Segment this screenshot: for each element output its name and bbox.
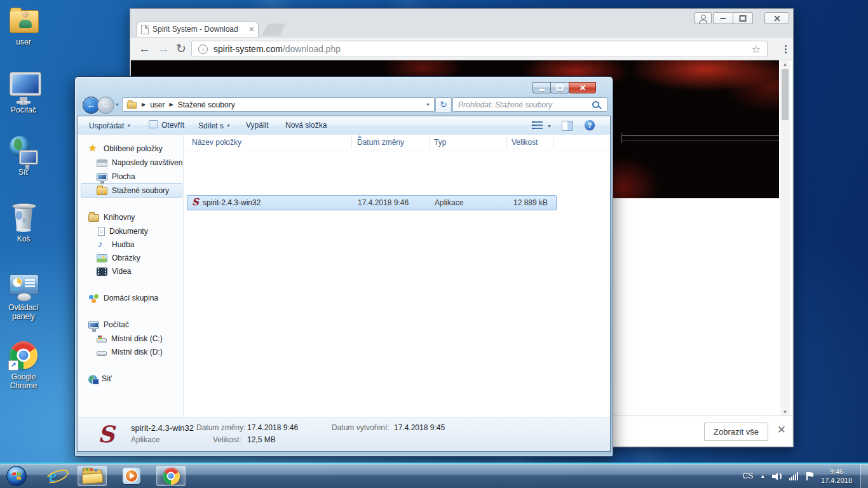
scrollbar-thumb[interactable] [782, 69, 789, 120]
breadcrumb-dropdown-icon[interactable]: ▼ [426, 102, 430, 107]
show-desktop-button[interactable] [860, 464, 868, 488]
sidebar-item-computer[interactable]: Počítač [88, 318, 129, 331]
taskbar-internet-explorer[interactable]: e [38, 466, 67, 486]
desktop-icon-google-chrome[interactable]: ↗ Google Chrome [0, 341, 47, 390]
column-header-type[interactable]: Typ [434, 135, 446, 151]
explorer-maximize-button[interactable] [550, 82, 569, 93]
taskbar-chrome[interactable] [156, 466, 186, 486]
breadcrumb-folder[interactable]: Stažené soubory [178, 100, 235, 109]
reload-button[interactable]: ↻ [176, 41, 186, 57]
column-header-date[interactable]: Datum změny [357, 135, 404, 151]
change-view-icon[interactable] [532, 121, 543, 130]
disk-d-icon [97, 351, 107, 356]
address-bar[interactable]: spirit-system.com/download.php ☆ [191, 41, 768, 57]
desktop-icon-computer[interactable]: Počítač [0, 71, 47, 114]
sidebar-item-libraries[interactable]: Knihovny [88, 211, 135, 224]
view-dropdown-icon[interactable]: ▼ [547, 124, 552, 128]
chrome-maximize-button[interactable] [733, 12, 753, 24]
close-icon [774, 15, 780, 21]
close-icon [580, 85, 585, 90]
hidden-icons-arrow[interactable]: ▲ [760, 473, 765, 479]
file-date: 17.4.2018 9:46 [358, 198, 409, 207]
desktop-icon-user[interactable]: user [0, 6, 47, 46]
refresh-button[interactable]: ↻ [435, 97, 452, 113]
profile-icon [701, 15, 706, 20]
breadcrumb[interactable]: ▶ user ▶ Stažené soubory ▼ [122, 97, 435, 112]
share-menu[interactable]: Sdílet s▼ [198, 116, 231, 135]
details-size-label: Velikost: [213, 435, 241, 444]
scroll-up-arrow[interactable]: ▲ [782, 62, 789, 67]
browser-toolbar: ← → ↻ spirit-system.com/download.php ☆ [130, 37, 793, 60]
sidebar-item-downloads[interactable]: Stažené soubory [97, 184, 169, 197]
desktop-icon-network[interactable]: Síť [0, 135, 47, 177]
file-name: spirit-2.4.3-win32 [203, 198, 261, 207]
taskbar-media-player[interactable] [117, 466, 146, 486]
sidebar-item-network[interactable]: Síť [88, 372, 112, 385]
network-icon [88, 375, 97, 384]
search-input[interactable]: Prohledat: Stažené soubory [452, 97, 607, 112]
taskbar-clock[interactable]: 9:46 17.4.2018 [821, 467, 852, 485]
open-icon [149, 120, 158, 128]
taskbar-windows-explorer[interactable] [78, 466, 107, 486]
help-icon[interactable]: ? [585, 120, 595, 130]
document-icon [98, 227, 105, 236]
desktop-icon-label: Google Chrome [0, 372, 47, 390]
column-header-name[interactable]: Název položky [192, 135, 241, 151]
column-header-size[interactable]: Velikost [512, 135, 538, 151]
sidebar-item-videos[interactable]: Videa [97, 265, 131, 278]
organize-menu[interactable]: Uspořádat▼ [89, 116, 131, 135]
chrome-menu-icon[interactable] [785, 45, 787, 47]
details-modified-value: 17.4.2018 9:46 [247, 423, 298, 432]
download-shelf-close-icon[interactable]: ✕ [777, 424, 786, 436]
preview-pane-icon[interactable] [562, 121, 573, 131]
scroll-down-arrow[interactable]: ▼ [782, 409, 789, 415]
explorer-minimize-button[interactable] [532, 82, 552, 93]
taskbar: e CS ▲ 9:46 17.4.2018 [0, 464, 868, 488]
back-button[interactable]: ← [139, 41, 151, 57]
page-info-icon[interactable] [198, 44, 208, 54]
sidebar-item-disk-d[interactable]: Místní disk (D:) [97, 346, 163, 358]
search-placeholder: Prohledat: Stažené soubory [458, 100, 592, 109]
command-bar: Uspořádat▼ Otevřít Sdílet s▼ Vypálit Nov… [78, 116, 610, 135]
new-folder-button[interactable]: Nová složka [285, 116, 327, 135]
sidebar-item-pictures[interactable]: Obrázky [97, 252, 140, 264]
sidebar-item-documents[interactable]: Dokumenty [97, 225, 148, 238]
tab-close-icon[interactable]: × [249, 25, 254, 34]
details-created-value: 17.4.2018 9:45 [394, 423, 445, 432]
explorer-close-button[interactable] [569, 82, 596, 93]
bookmark-star-icon[interactable]: ☆ [752, 43, 761, 55]
file-row-spirit[interactable]: S spirit-2.4.3-win32 17.4.2018 9:46 Apli… [187, 195, 557, 210]
chrome-close-button[interactable] [764, 12, 789, 24]
nav-history-dropdown-icon[interactable]: ▼ [115, 102, 119, 107]
start-button[interactable] [6, 465, 27, 487]
sidebar-item-desktop[interactable]: Plocha [97, 170, 135, 183]
minimize-icon [539, 89, 545, 91]
burn-button[interactable]: Vypálit [246, 116, 269, 135]
navigation-pane: Oblíbené položky Naposledy navštívené Pl… [78, 135, 183, 418]
page-scrollbar[interactable]: ▲ ▼ [780, 60, 790, 416]
browser-tab[interactable]: Spirit System - Download × [137, 21, 259, 37]
sidebar-item-recent[interactable]: Naposledy navštívené [97, 156, 183, 169]
nav-forward-button[interactable]: → [97, 97, 114, 114]
forward-button[interactable]: → [158, 41, 170, 57]
sidebar-item-music[interactable]: Hudba [97, 238, 134, 251]
volume-icon[interactable] [772, 472, 782, 480]
chrome-minimize-button[interactable] [713, 12, 733, 24]
windows-orb-icon [6, 465, 27, 487]
show-all-downloads-button[interactable]: Zobrazit vše [704, 423, 768, 441]
language-indicator[interactable]: CS [742, 471, 753, 480]
new-tab-button[interactable] [262, 24, 285, 36]
spirit-file-icon: S [192, 197, 199, 208]
sidebar-item-favorites[interactable]: Oblíbené položky [88, 142, 163, 155]
chrome-icon: ↗ [8, 341, 39, 370]
sidebar-item-disk-c[interactable]: Místní disk (C:) [97, 332, 163, 345]
network-icon [8, 135, 39, 164]
sidebar-item-homegroup[interactable]: Domácí skupina [88, 292, 158, 304]
action-center-flag-icon[interactable] [806, 472, 814, 480]
desktop-icon-recycle-bin[interactable]: Koš [0, 203, 47, 243]
desktop-icon-control-panel[interactable]: Ovládací panely [0, 272, 47, 321]
chrome-profile-button[interactable] [695, 12, 712, 24]
open-button[interactable]: Otevřít [149, 116, 184, 135]
breadcrumb-user[interactable]: user [150, 100, 165, 109]
network-signal-icon[interactable] [789, 472, 799, 480]
